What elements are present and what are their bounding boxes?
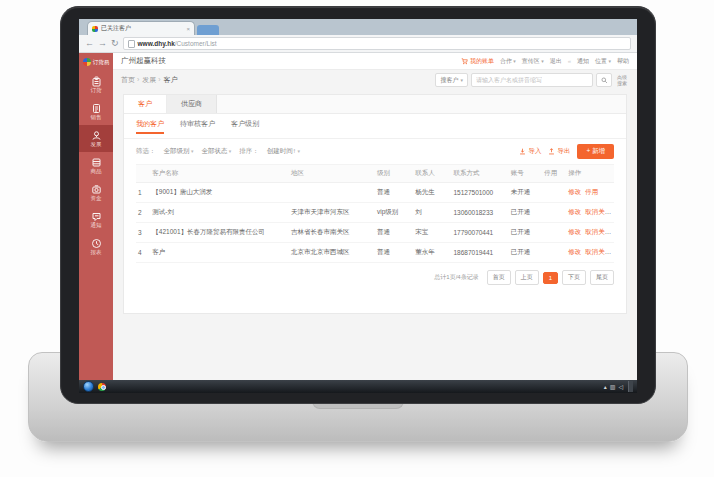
page-last-button[interactable]: 尾页 [590, 270, 614, 285]
sidebar-item-development[interactable]: 发展 [79, 125, 113, 152]
new-tab-button[interactable] [197, 25, 219, 35]
search-category-select[interactable]: 搜客户 [435, 73, 468, 87]
document-icon [91, 103, 102, 114]
tray-volume-icon[interactable]: ◁ [618, 384, 623, 390]
edit-link[interactable]: 修改 [568, 228, 581, 235]
customer-region: 天津市天津市河东区 [289, 203, 375, 223]
header-divider: « [568, 58, 571, 64]
favicon [92, 26, 98, 32]
partner-menu[interactable]: 合作 [500, 57, 516, 66]
account-status: 已开通 [509, 223, 542, 243]
customer-name: 【9001】唐山大润发 [150, 183, 289, 203]
breadcrumb-module[interactable]: 发展 [142, 75, 160, 85]
taskbar-chrome-icon[interactable] [98, 383, 106, 391]
import-button[interactable]: 导入 [519, 147, 541, 156]
sidebar-item-orders[interactable]: 订货 [79, 71, 113, 98]
add-customer-button[interactable]: + 新增 [577, 144, 614, 159]
tab-customer[interactable]: 客户 [124, 95, 167, 113]
unfollow-link[interactable]: 取消关注 [585, 228, 611, 235]
notice-link[interactable]: 通知 [577, 57, 589, 66]
customer-table: 客户名称 地区 级别 联系人 联系方式 账号 停用 操作 [136, 164, 614, 263]
forward-icon[interactable]: → [98, 39, 107, 48]
table-header-row: 客户名称 地区 级别 联系人 联系方式 账号 停用 操作 [136, 165, 614, 183]
page-number-button[interactable]: 1 [543, 272, 558, 284]
edit-link[interactable]: 修改 [568, 208, 581, 215]
subtab-customer-levels[interactable]: 客户级别 [231, 119, 259, 134]
sort-label: 排序： [239, 147, 259, 156]
header-links: 我的账单 合作 宣传区 退出 « 通知 位置 帮助 [461, 57, 629, 66]
sidebar-item-funds[interactable]: 资金 [79, 179, 113, 206]
export-button[interactable]: 导出 [548, 147, 570, 156]
col-index [136, 165, 150, 183]
back-icon[interactable]: ← [85, 39, 94, 48]
help-link[interactable]: 帮助 [617, 57, 629, 66]
logo-text: 订货易 [93, 59, 110, 66]
edit-link[interactable]: 修改 [568, 188, 581, 195]
search-placeholder: 请输入客户名或拼音缩写 [476, 76, 542, 85]
reload-icon[interactable]: ↻ [111, 39, 119, 48]
browser-tab[interactable]: 已关注客户 × [87, 21, 195, 35]
sidebar-item-reports[interactable]: 报表 [79, 233, 113, 260]
content-area: 客户 供应商 我的客户 待审核客户 客户级别 筛选： 全部级别 [113, 90, 637, 380]
browser-tabstrip: 已关注客户 × [79, 19, 637, 35]
table-row: 1 【9001】唐山大润发 普通 杨先生 15127501000 未开通 修 [136, 183, 614, 203]
level-filter-dropdown[interactable]: 全部级别 [164, 147, 194, 156]
card-empty-space [124, 292, 626, 313]
page-prev-button[interactable]: 上页 [515, 270, 539, 285]
customer-phone: 18687019441 [451, 243, 508, 263]
search-icon [601, 77, 608, 84]
table-row: 3 【421001】长春万隆贸易有限责任公司 吉林省长春市南关区 普通 宋宝 1… [136, 223, 614, 243]
app-logo[interactable]: 订货易 [79, 53, 113, 71]
tab-supplier[interactable]: 供应商 [167, 95, 217, 113]
page-next-button[interactable]: 下页 [562, 270, 586, 285]
customer-name: 客户 [150, 243, 289, 263]
sidebar-item-goods[interactable]: 商品 [79, 152, 113, 179]
sidebar-item-sales[interactable]: 销售 [79, 98, 113, 125]
edit-link[interactable]: 修改 [568, 248, 581, 255]
customer-level: 普通 [375, 243, 413, 263]
pagination: 总计1页/4条记录 首页 上页 1 下页 尾页 [124, 263, 626, 292]
sidebar-item-label: 发展 [91, 142, 102, 148]
promo-menu[interactable]: 宣传区 [522, 57, 544, 66]
app-viewport: 订货易 订货 销售 发展 [79, 53, 637, 380]
my-orders-link[interactable]: 我的账单 [461, 57, 494, 66]
start-button-icon[interactable] [83, 381, 94, 392]
address-bar[interactable]: www.dhy.hk/Customer/List [123, 37, 631, 50]
location-menu[interactable]: 位置 [595, 57, 611, 66]
customer-name: 测试-刘 [150, 203, 289, 223]
status-filter-dropdown[interactable]: 全部状态 [201, 147, 231, 156]
breadcrumb-home[interactable]: 首页 [121, 75, 139, 85]
page-first-button[interactable]: 首页 [487, 270, 511, 285]
goods-stack-icon [91, 157, 102, 168]
disable-link[interactable]: 停用 [585, 188, 598, 195]
sidebar-item-notice[interactable]: 通知 [79, 206, 113, 233]
tray-network-icon[interactable]: ▥ [610, 384, 616, 390]
disable-cell [542, 183, 566, 203]
url-text: www.dhy.hk/Customer/List [138, 40, 217, 47]
unfollow-link[interactable]: 取消关注 [585, 208, 611, 215]
search-button[interactable] [596, 73, 612, 87]
customer-region [289, 183, 375, 203]
url-path: /Customer/List [175, 40, 217, 47]
sort-dropdown[interactable]: 创建时间↑ [267, 147, 300, 156]
disable-cell [542, 203, 566, 223]
table-row: 2 测试-刘 天津市天津市河东区 vip级别 刘 13060018233 已开通 [136, 203, 614, 223]
col-name: 客户名称 [150, 165, 289, 183]
customer-phone: 15127501000 [451, 183, 508, 203]
account-status: 已开通 [509, 243, 542, 263]
customer-contact: 宋宝 [413, 223, 451, 243]
advanced-search-link[interactable]: 高级搜索 [615, 74, 629, 86]
subtab-my-customers[interactable]: 我的客户 [136, 119, 164, 134]
customer-card: 客户 供应商 我的客户 待审核客户 客户级别 筛选： 全部级别 [123, 94, 627, 314]
show-desktop-button[interactable] [628, 381, 633, 392]
clock-icon [91, 238, 102, 249]
unfollow-link[interactable]: 取消关注 [585, 248, 611, 255]
disable-cell [542, 243, 566, 263]
tab-close-icon[interactable]: × [186, 26, 190, 32]
sidebar: 订货易 订货 销售 发展 [79, 53, 113, 380]
subtab-pending-customers[interactable]: 待审核客户 [180, 119, 215, 134]
tray-up-arrow-icon[interactable]: ▴ [604, 384, 607, 390]
logout-link[interactable]: 退出 [550, 57, 562, 66]
search-input[interactable]: 请输入客户名或拼音缩写 [471, 73, 593, 87]
col-region: 地区 [289, 165, 375, 183]
